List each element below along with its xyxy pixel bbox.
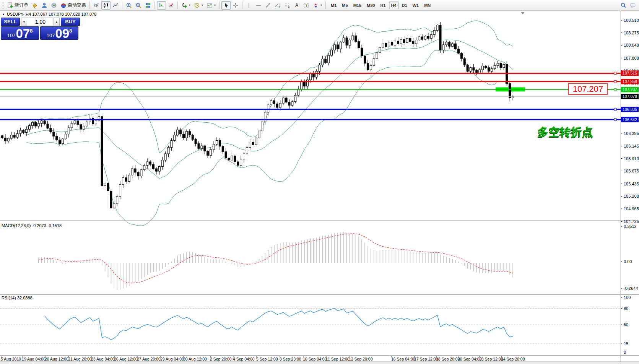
arrow-shapes-icon [313, 2, 319, 8]
volume-increase-button[interactable]: ▲ [54, 18, 60, 26]
timeframe-button-m1[interactable]: M1 [328, 2, 339, 9]
auto-scroll-button[interactable] [157, 1, 166, 10]
one-click-trading-panel: SELL ▼ 1.00 ▲ BUY 107 07 8 107 09 8 [1, 18, 80, 40]
market-watch-button[interactable] [30, 1, 39, 10]
timeframe-button-d1[interactable]: D1 [400, 2, 410, 9]
rsi-tick-label: 15 [624, 341, 628, 346]
line-handle[interactable] [614, 108, 616, 110]
time-label: 21 Aug 20:00 [68, 357, 92, 361]
time-label: 11 Sep 12:00 [326, 357, 350, 361]
trendline-icon [265, 2, 271, 8]
community-person-icon [41, 2, 47, 8]
buy-price-box[interactable]: 107 09 8 [40, 26, 78, 40]
auto-trading-label: 自动交易 [68, 2, 86, 8]
text-tool-button[interactable]: A [292, 1, 301, 10]
toolbar-drag-handle[interactable] [3, 2, 4, 9]
buy-price-pips: 09 [55, 27, 69, 39]
chart-shift-button[interactable] [166, 1, 176, 10]
toolbar-separator [122, 2, 122, 9]
chart-profiles-button[interactable]: ▾ [192, 1, 205, 10]
price-badge-label: 107.515 [623, 71, 637, 75]
time-label: 23 Aug 04:00 [91, 357, 115, 361]
arrows-tool-button[interactable]: ▾ [311, 1, 324, 10]
price-badge-label: 107.078 [623, 94, 637, 99]
new-chart-icon [181, 2, 187, 8]
price-tick-label: 108.040 [624, 43, 639, 47]
time-label: 5 Aug 2019 [1, 357, 21, 361]
toolbar-separator [219, 2, 220, 9]
chart-shift-icon [168, 2, 174, 8]
trendline-tool-button[interactable] [263, 1, 273, 10]
price-tick-label: 105.435 [624, 182, 639, 186]
equidistant-channel-tool-button[interactable]: E [273, 1, 282, 10]
time-label: 4 Sep 04:00 [233, 357, 255, 361]
line-handle[interactable] [614, 80, 616, 83]
community-button[interactable] [40, 1, 49, 10]
time-label: 20 Aug 12:00 [45, 357, 68, 361]
price-badge-label: 106.642 [623, 117, 637, 122]
text-label-tool-button[interactable]: T [302, 1, 311, 10]
line-handle[interactable] [614, 88, 616, 91]
zoom-out-button[interactable] [134, 1, 143, 10]
sell-price-whole: 107 [7, 32, 16, 39]
chat-button[interactable] [628, 1, 637, 10]
auto-trading-button[interactable]: 自动交易 [59, 1, 88, 10]
timeframe-button-mn[interactable]: MN [422, 2, 433, 9]
time-label: 10 Sep 04:00 [303, 357, 327, 361]
new-chart-button[interactable]: ▾ [180, 1, 192, 10]
horizontal-line-tool-button[interactable] [254, 1, 263, 10]
signals-button[interactable] [49, 1, 59, 10]
text-a-icon: A [294, 3, 300, 8]
macd-tick-label: 0.00 [624, 259, 632, 264]
collapse-panel-icon[interactable]: ▲ [2, 13, 5, 16]
timeframe-button-m5[interactable]: M5 [340, 2, 350, 9]
time-label: 29 Aug 04:00 [160, 357, 184, 361]
volume-value[interactable]: 1.00 [27, 18, 54, 26]
fibonacci-tool-button[interactable]: F [283, 1, 292, 10]
symbol-ohlc-text: USDJPY-,H4 107.067 107.078 107.028 107.0… [7, 12, 96, 16]
price-tick-label: 105.910 [624, 156, 639, 161]
price-badge-label: 106.835 [623, 107, 637, 112]
new-order-button[interactable]: 新订单 [6, 1, 30, 10]
timeframe-button-h4[interactable]: H4 [389, 2, 399, 9]
timeframe-button-w1[interactable]: W1 [410, 2, 421, 9]
timeframe-group: M1M5M15M30H1H4D1W1MN [328, 2, 433, 9]
timeframe-button-h1[interactable]: H1 [378, 2, 388, 9]
chart-symbol-header: ▲ USDJPY-,H4 107.067 107.078 107.028 107… [2, 12, 96, 16]
signal-broadcast-icon [51, 2, 57, 8]
buy-button[interactable]: BUY [61, 18, 80, 26]
cursor-tool-button[interactable] [221, 1, 231, 10]
sell-price-box[interactable]: 107 07 8 [1, 26, 39, 40]
chart-canvas[interactable]: MACD(12,26,9) -0.2073 -0.1518RSI(14) 32.… [0, 0, 639, 364]
auto-trading-hat-icon [60, 2, 67, 8]
zoom-in-icon [126, 2, 132, 8]
search-button[interactable] [619, 1, 628, 10]
crosshair-icon [233, 2, 239, 8]
dropdown-arrow-icon: ▾ [202, 3, 203, 7]
vertical-line-tool-button[interactable] [244, 1, 254, 10]
svg-text:F: F [288, 6, 289, 8]
line-chart-mode-button[interactable] [111, 1, 120, 10]
turning-point-annotation[interactable]: 多空转折点 [538, 126, 593, 138]
rsi-tick-label: 0 [624, 350, 626, 354]
zoom-in-button[interactable] [124, 1, 133, 10]
sell-button[interactable]: SELL [1, 18, 20, 26]
macd-tick-label: 0.3512 [624, 224, 637, 229]
timeframe-button-m15[interactable]: M15 [351, 2, 364, 9]
indicators-button[interactable]: ▾ [205, 1, 217, 10]
price-badge-label: 107.207 [623, 87, 637, 92]
crosshair-tool-button[interactable] [231, 1, 240, 10]
time-label: 20 Sep 04:00 [458, 357, 482, 361]
sell-price-pips: 07 [16, 27, 30, 39]
bar-chart-icon [93, 2, 99, 8]
candlestick-mode-button[interactable] [101, 1, 111, 10]
indicators-icon [206, 2, 213, 8]
tile-windows-button[interactable] [143, 1, 153, 10]
volume-decrease-button[interactable]: ▼ [21, 18, 27, 26]
line-handle[interactable] [614, 72, 616, 74]
timeframe-button-m30[interactable]: M30 [364, 2, 377, 9]
bar-chart-mode-button[interactable] [92, 1, 101, 10]
line-handle[interactable] [614, 119, 616, 121]
price-tick-label: 107.800 [624, 56, 639, 60]
price-badge-label: 107.358 [623, 79, 637, 84]
